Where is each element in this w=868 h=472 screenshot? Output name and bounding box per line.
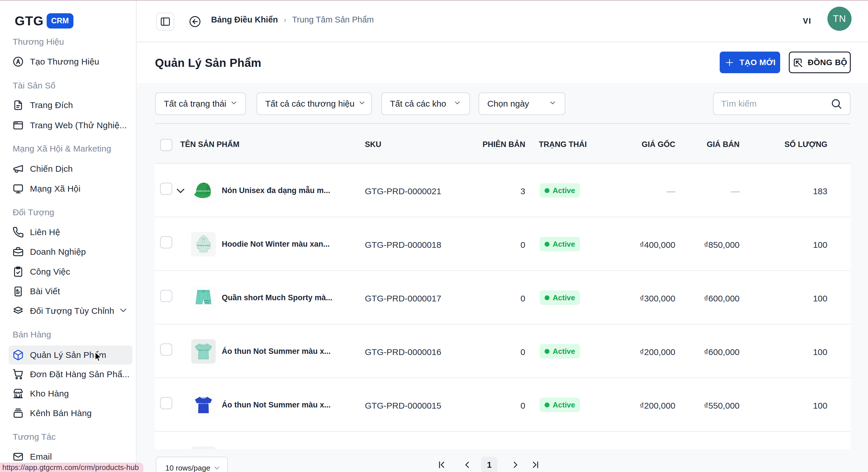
svg-text:studio: studio xyxy=(205,302,210,303)
svg-text:whateverstudio: whateverstudio xyxy=(195,189,210,192)
svg-text:whatever studio: whatever studio xyxy=(197,244,210,246)
svg-text:whatever: whatever xyxy=(204,300,211,301)
svg-text:whatever studio: whatever studio xyxy=(197,349,210,351)
svg-text:whatever studio: whatever studio xyxy=(197,403,210,404)
